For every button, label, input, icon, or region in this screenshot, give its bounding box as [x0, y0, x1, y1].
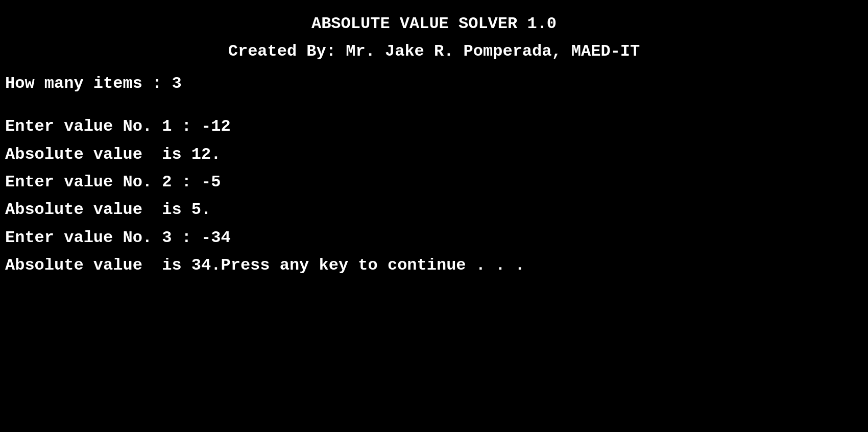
entry1-prompt: Enter value No. 1 : -12	[5, 113, 863, 140]
entry3-prompt: Enter value No. 3 : -34	[5, 224, 863, 252]
title-line-1: ABSOLUTE VALUE SOLVER 1.0	[5, 10, 863, 38]
entry2-prompt: Enter value No. 2 : -5	[5, 169, 863, 196]
title-block: ABSOLUTE VALUE SOLVER 1.0 Created By: Mr…	[5, 10, 863, 66]
title-line-2: Created By: Mr. Jake R. Pomperada, MAED-…	[5, 38, 863, 65]
entry1-result: Absolute value is 12.	[5, 141, 863, 169]
entry3-result: Absolute value is 34.Press any key to co…	[5, 252, 863, 279]
how-many-items: How many items : 3	[5, 70, 863, 98]
entry2-result: Absolute value is 5.	[5, 196, 863, 224]
terminal-window: ABSOLUTE VALUE SOLVER 1.0 Created By: Mr…	[0, 0, 868, 432]
